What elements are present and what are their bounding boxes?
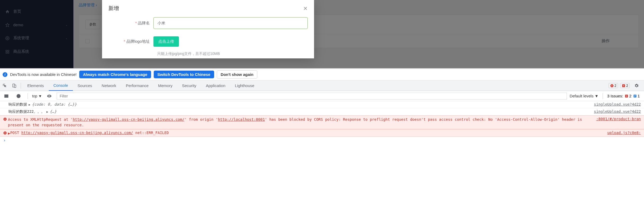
device-toggle-icon[interactable] xyxy=(10,81,19,91)
dialog-title: 新增 xyxy=(108,5,119,12)
devtools-info-bar: i DevTools is now available in Chinese! … xyxy=(0,69,644,80)
devtools-tabs: Elements Console Sources Network Perform… xyxy=(23,80,259,91)
tab-performance[interactable]: Performance xyxy=(121,80,153,91)
error-message: POST http://yaosy-gulimall.oss-cn-beijin… xyxy=(10,131,169,135)
svg-point-1 xyxy=(7,38,8,39)
upload-hint: 只能上传jpg/png文件，且不超过10MB xyxy=(157,51,308,56)
expand-icon[interactable]: ▶ xyxy=(46,110,48,114)
violation-count-badge[interactable]: 2 xyxy=(620,83,630,88)
svg-rect-18 xyxy=(634,96,635,97)
error-icon xyxy=(3,131,7,135)
tab-console[interactable]: Console xyxy=(49,80,73,91)
svg-rect-5 xyxy=(8,52,9,53)
error-url[interactable]: http://yaosy-gulimall.oss-cn-beijing.ali… xyxy=(73,117,184,122)
params-button[interactable]: 参数 xyxy=(85,20,100,29)
console-line[interactable]: 响应的数据222。。。 ▶ {…} singleUpload.vue?4d22 xyxy=(0,108,644,115)
switch-language-button[interactable]: Switch DevTools to Chinese xyxy=(154,71,214,78)
close-icon[interactable]: ✕ xyxy=(303,5,308,12)
chevron-down-icon: ▼ xyxy=(594,94,598,98)
op-column-header: 操作 xyxy=(579,38,632,44)
devtools-tabs-row: Elements Console Sources Network Perform… xyxy=(0,80,644,91)
info-icon: i xyxy=(3,72,7,77)
svg-rect-16 xyxy=(634,96,636,96)
sidebar-item-label: 系统管理 xyxy=(13,36,29,41)
settings-icon[interactable] xyxy=(632,81,641,91)
chevron-down-icon xyxy=(65,37,68,40)
grid-icon xyxy=(5,50,10,54)
sidebar-toggle-icon[interactable] xyxy=(2,91,11,101)
star-icon xyxy=(5,23,10,27)
select-all-checkbox[interactable] xyxy=(85,39,90,43)
home-icon xyxy=(5,10,10,14)
sidebar-item-system[interactable]: 系统管理 xyxy=(0,31,73,45)
gear-icon xyxy=(5,36,10,40)
devtools-panel: i DevTools is now available in Chinese! … xyxy=(0,68,644,224)
svg-marker-0 xyxy=(6,23,9,27)
console-line[interactable]: 响应的数据 ▶ {code: 0, data: {…}} singleUploa… xyxy=(0,101,644,108)
tab-elements[interactable]: Elements xyxy=(23,80,49,91)
svg-rect-7 xyxy=(14,85,16,88)
sidebar-item-label: demo xyxy=(13,23,23,27)
tab-application[interactable]: Application xyxy=(201,80,230,91)
svg-rect-10 xyxy=(5,94,8,97)
tab-network[interactable]: Network xyxy=(97,80,121,91)
expand-icon[interactable]: ▶ xyxy=(29,103,30,106)
context-selector[interactable]: top ▼ xyxy=(32,94,42,98)
inspect-icon[interactable] xyxy=(0,81,10,91)
sidebar-item-demo[interactable]: demo xyxy=(0,18,73,31)
expand-icon[interactable]: ▶ xyxy=(8,131,10,135)
svg-rect-4 xyxy=(6,52,7,53)
svg-rect-3 xyxy=(8,50,9,51)
upload-button[interactable]: 点击上传 xyxy=(153,36,179,47)
error-icon xyxy=(3,117,7,121)
add-dialog: 新增 ✕ *品牌名 *品牌logo地址 点击上传 只能上传jpg/png文件，且… xyxy=(102,0,314,58)
sidebar-item-product[interactable]: 商品系统 xyxy=(0,45,73,58)
tab-memory[interactable]: Memory xyxy=(153,80,177,91)
sidebar-item-label: 商品系统 xyxy=(13,49,29,54)
tab-sources[interactable]: Sources xyxy=(73,80,97,91)
breadcrumb-item[interactable]: 品牌管理 xyxy=(79,3,95,7)
console-toolbar: top ▼ Default levels ▼ 3 Issues: 2 1 xyxy=(0,91,644,101)
breadcrumb-sep: › xyxy=(96,3,97,7)
svg-rect-17 xyxy=(634,95,636,96)
error-url[interactable]: http://yaosy-gulimall.oss-cn-beijing.ali… xyxy=(21,131,133,135)
console-output: 响应的数据 ▶ {code: 0, data: {…}} singleUploa… xyxy=(0,101,644,224)
dont-show-again-button[interactable]: Don't show again xyxy=(217,70,258,79)
issues-summary[interactable]: 3 Issues: 2 1 xyxy=(607,94,642,98)
svg-rect-2 xyxy=(6,50,7,51)
source-link[interactable]: singleUpload.vue?4d22 xyxy=(594,109,641,114)
error-message: Access to XMLHttpRequest at 'http://yaos… xyxy=(8,117,596,128)
chevron-down-icon: ▼ xyxy=(38,94,42,98)
tab-security[interactable]: Security xyxy=(177,80,201,91)
sidebar-item-home[interactable]: 首页 xyxy=(0,5,73,18)
brand-name-label: *品牌名 xyxy=(108,21,153,26)
brand-logo-label: *品牌logo地址 xyxy=(108,39,153,44)
console-error-line[interactable]: ▶ POST http://yaosy-gulimall.oss-cn-beij… xyxy=(0,129,644,137)
console-prompt[interactable]: › xyxy=(0,137,644,144)
filter-input[interactable] xyxy=(57,93,567,100)
brand-name-input[interactable] xyxy=(153,17,308,29)
source-link[interactable]: :8001/#/product-bran xyxy=(596,117,641,128)
sidebar-item-label: 首页 xyxy=(13,9,21,14)
log-levels-selector[interactable]: Default levels ▼ xyxy=(570,94,598,98)
tab-lighthouse[interactable]: Lighthouse xyxy=(230,80,259,91)
error-count-badge[interactable]: 2 xyxy=(608,83,618,88)
error-origin[interactable]: http://localhost:8001 xyxy=(218,117,265,122)
clear-console-icon[interactable] xyxy=(14,91,23,101)
chevron-down-icon xyxy=(65,23,68,27)
console-error-line[interactable]: Access to XMLHttpRequest at 'http://yaos… xyxy=(0,115,644,129)
source-link[interactable]: singleUpload.vue?4d22 xyxy=(594,102,641,107)
always-match-button[interactable]: Always match Chrome's language xyxy=(79,71,151,78)
eye-icon[interactable] xyxy=(45,91,54,101)
info-text: DevTools is now available in Chinese! xyxy=(10,72,77,77)
sidebar: 首页 demo 系统管理 商品系统 xyxy=(0,0,73,68)
source-link[interactable]: upload.js?c0e8: xyxy=(607,131,641,135)
